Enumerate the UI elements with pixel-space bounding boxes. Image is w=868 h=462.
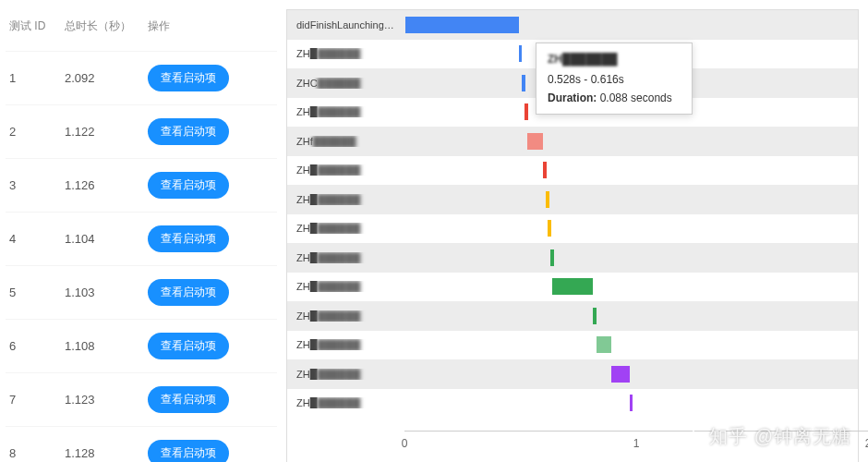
cell-id: 3: [6, 159, 61, 213]
tooltip-title: ZH███████: [548, 53, 681, 66]
gantt-bar[interactable]: [543, 162, 547, 178]
gantt-label: ZH███████: [287, 223, 405, 234]
gantt-track: [405, 156, 858, 186]
table-row: 21.122查看启动项: [6, 105, 277, 159]
view-startup-button[interactable]: 查看启动项: [148, 386, 229, 413]
cell-id: 2: [6, 105, 61, 159]
gantt-row: ZH███████: [287, 243, 858, 273]
gantt-row: ZH███████: [287, 331, 858, 360]
gantt-track: [405, 127, 858, 156]
gantt-row: ZHf██████: [287, 127, 858, 156]
col-id: 测试 ID: [6, 7, 61, 52]
cell-duration: 1.128: [61, 427, 144, 463]
cell-duration: 1.104: [61, 213, 144, 266]
gantt-label: ZH███████: [287, 194, 405, 205]
cell-id: 7: [6, 373, 61, 427]
table-row: 51.103查看启动项: [6, 266, 277, 320]
gantt-bar[interactable]: [546, 191, 549, 208]
gantt-track: [405, 389, 858, 419]
cell-duration: 1.126: [61, 159, 144, 213]
view-startup-button[interactable]: 查看启动项: [148, 118, 229, 145]
col-action: 操作: [144, 7, 277, 52]
gantt-row: ZH███████: [287, 273, 858, 302]
gantt-row: ZH███████: [287, 185, 858, 214]
table-row: 31.126查看启动项: [6, 159, 277, 213]
gantt-track: [405, 243, 858, 273]
gantt-bar[interactable]: [405, 17, 519, 33]
table-row: 12.092查看启动项: [6, 52, 277, 105]
cell-duration: 1.122: [61, 105, 144, 159]
gantt-track: [405, 214, 858, 244]
gantt-bar[interactable]: [611, 366, 630, 383]
table-row: 41.104查看启动项: [6, 213, 277, 266]
view-startup-button[interactable]: 查看启动项: [148, 65, 229, 91]
tooltip: ZH███████ 0.528s - 0.616s Duration: 0.08…: [536, 43, 693, 115]
gantt-bar[interactable]: [527, 133, 543, 150]
gantt-bar[interactable]: [524, 103, 528, 120]
table-row: 71.123查看启动项: [6, 373, 277, 427]
gantt-label: didFinishLaunching…: [287, 19, 405, 30]
view-startup-button[interactable]: 查看启动项: [148, 225, 229, 252]
tooltip-range: 0.528s - 0.616s: [548, 73, 681, 86]
cell-duration: 1.123: [61, 373, 144, 427]
gantt-row: ZH███████: [287, 359, 858, 389]
axis-tick: 0: [402, 437, 408, 450]
gantt-row: ZH███████: [287, 214, 858, 244]
col-duration: 总时长（秒）: [61, 7, 144, 52]
cell-id: 4: [6, 213, 61, 266]
gantt-bar[interactable]: [552, 278, 593, 295]
axis-tick: 1: [633, 437, 640, 450]
axis-tick: 2: [865, 437, 868, 450]
gantt-label: ZH███████: [287, 48, 405, 59]
cell-id: 6: [6, 320, 61, 373]
gantt-bar[interactable]: [630, 395, 633, 411]
gantt-label: ZH███████: [287, 164, 405, 176]
cell-id: 1: [6, 52, 61, 105]
table-row: 81.128查看启动项: [6, 427, 277, 463]
gantt-label: ZH███████: [287, 310, 405, 322]
gantt-label: ZH███████: [287, 281, 405, 292]
gantt-label: ZH███████: [287, 106, 405, 117]
gantt-label: ZH███████: [287, 397, 405, 408]
gantt-label: ZH███████: [287, 369, 405, 380]
gantt-track: [405, 359, 858, 389]
view-startup-button[interactable]: 查看启动项: [148, 279, 229, 306]
gantt-track: [405, 331, 858, 360]
cell-duration: 2.092: [61, 52, 144, 105]
gantt-label: ZHf██████: [287, 136, 405, 147]
gantt-bar[interactable]: [593, 308, 597, 324]
view-startup-button[interactable]: 查看启动项: [148, 333, 229, 359]
gantt-track: [405, 10, 858, 40]
gantt-row: ZH███████: [287, 301, 858, 331]
gantt-bar[interactable]: [519, 45, 523, 62]
gantt-label: ZH███████: [287, 339, 405, 350]
gantt-bar[interactable]: [550, 249, 554, 266]
cell-id: 5: [6, 266, 61, 320]
gantt-track: [405, 185, 858, 214]
results-table: 测试 ID 总时长（秒） 操作 12.092查看启动项21.122查看启动项31…: [0, 0, 277, 462]
gantt-row: ZH███████: [287, 156, 858, 186]
gantt-track: [405, 301, 858, 331]
x-axis: 012: [404, 431, 868, 458]
gantt-label: ZHC██████: [287, 78, 405, 89]
gantt-bar[interactable]: [548, 220, 551, 237]
cell-duration: 1.103: [61, 266, 144, 320]
cell-duration: 1.108: [61, 320, 144, 373]
table-row: 61.108查看启动项: [6, 320, 277, 373]
view-startup-button[interactable]: 查看启动项: [148, 440, 229, 462]
gantt-row: didFinishLaunching…: [287, 10, 858, 40]
gantt-row: ZH███████: [287, 389, 858, 419]
gantt-track: [405, 273, 858, 302]
view-startup-button[interactable]: 查看启动项: [148, 172, 229, 199]
gantt-bar[interactable]: [597, 336, 611, 353]
gantt-bar[interactable]: [522, 75, 525, 91]
tooltip-duration: Duration: 0.088 seconds: [548, 91, 681, 104]
cell-id: 8: [6, 427, 61, 463]
gantt-label: ZH███████: [287, 252, 405, 263]
